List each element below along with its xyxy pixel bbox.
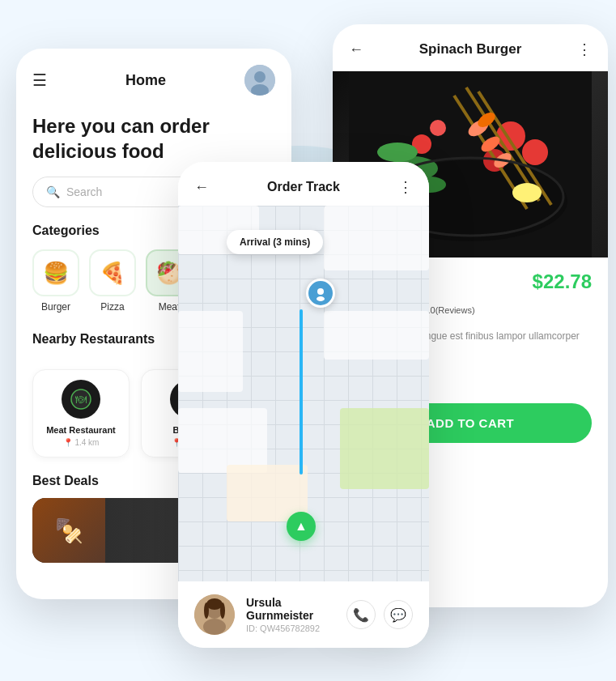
driver-details: Ursula Gurnmeister ID: QW456782892: [246, 596, 335, 633]
more-button[interactable]: ⋮: [577, 40, 592, 58]
driver-info: Ursula Gurnmeister ID: QW456782892 📞 💬: [178, 581, 429, 648]
burger-icon-box: 🍔: [32, 249, 79, 296]
destination-icon: ▲: [295, 519, 308, 534]
price-tag: $22.78: [533, 270, 592, 293]
home-header: ☰ Home: [16, 49, 291, 104]
meat-label: Meat: [159, 301, 181, 313]
hero-line2: delicious food: [32, 140, 164, 162]
chat-button[interactable]: 💬: [384, 600, 413, 629]
order-track-header: ← Order Track ⋮: [178, 162, 429, 206]
call-button[interactable]: 📞: [346, 600, 376, 629]
driver-id: ID: QW456782892: [246, 624, 335, 633]
svg-point-25: [512, 183, 542, 202]
restaurant-meat[interactable]: 🍽 Meat Restaurant 📍 1.4 km: [32, 369, 130, 458]
driver-actions: 📞 💬: [346, 600, 413, 629]
avatar[interactable]: [244, 65, 275, 96]
order-more-button[interactable]: ⋮: [398, 178, 413, 196]
category-pizza[interactable]: 🍕 Pizza: [89, 249, 136, 313]
pizza-label: Pizza: [100, 301, 124, 313]
back-button[interactable]: ←: [349, 41, 363, 58]
rating-text: 4.0(Reviews): [423, 305, 474, 315]
location-icon: 📍: [63, 438, 73, 447]
svg-point-1: [254, 71, 266, 83]
search-icon: 🔍: [46, 185, 60, 198]
order-back-button[interactable]: ←: [194, 179, 209, 196]
svg-point-32: [203, 619, 226, 635]
burger-label: Burger: [41, 301, 70, 313]
svg-point-11: [522, 139, 548, 165]
menu-icon[interactable]: ☰: [32, 70, 47, 90]
order-track-phone: ← Order Track ⋮ Arrival (3 mins): [178, 162, 429, 648]
chat-icon: 💬: [390, 607, 406, 623]
category-burger[interactable]: 🍔 Burger: [32, 249, 79, 313]
map-area: Arrival (3 mins) ▲: [178, 206, 429, 581]
driver-name: Ursula Gurnmeister: [246, 596, 335, 622]
deal-food-image: 🍢: [32, 498, 105, 563]
hero-line1: Here you can order: [32, 115, 210, 137]
meat-restaurant-name: Meat Restaurant: [43, 425, 119, 435]
courier-pin: [306, 279, 335, 308]
search-input[interactable]: Search: [66, 185, 102, 198]
arrival-bubble: Arrival (3 mins): [227, 230, 323, 254]
meat-restaurant-dist: 📍 1.4 km: [43, 438, 119, 447]
pizza-icon-box: 🍕: [89, 249, 136, 296]
home-title: Home: [125, 72, 166, 89]
svg-point-28: [317, 288, 324, 295]
destination-pin: ▲: [287, 512, 316, 541]
driver-avatar: [194, 594, 235, 635]
detail-title: Spinach Burger: [419, 41, 522, 57]
meat-restaurant-logo: 🍽: [62, 380, 100, 419]
svg-point-35: [220, 602, 225, 619]
svg-point-34: [204, 602, 209, 619]
phone-icon: 📞: [353, 607, 369, 623]
svg-text:🍽: 🍽: [75, 393, 87, 406]
svg-point-14: [430, 120, 446, 136]
detail-header: ← Spinach Burger ⋮: [333, 24, 608, 58]
svg-point-33: [206, 598, 223, 610]
svg-point-16: [377, 143, 418, 162]
svg-point-29: [316, 296, 325, 301]
order-track-title: Order Track: [267, 180, 340, 194]
